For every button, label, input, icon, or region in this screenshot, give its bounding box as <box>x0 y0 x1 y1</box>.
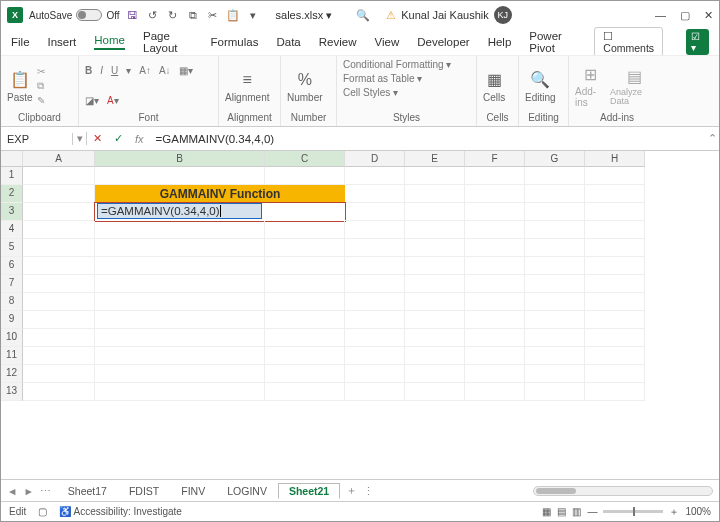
cell[interactable] <box>95 365 265 383</box>
cell[interactable] <box>95 275 265 293</box>
tab-data[interactable]: Data <box>276 36 300 48</box>
cell-title[interactable]: GAMMAINV Function <box>95 185 345 203</box>
cell[interactable] <box>23 347 95 365</box>
cell[interactable] <box>345 221 405 239</box>
select-all-corner[interactable] <box>1 151 23 167</box>
cell[interactable] <box>585 221 645 239</box>
cell[interactable] <box>585 239 645 257</box>
cell[interactable] <box>265 311 345 329</box>
active-cell-editor[interactable]: =GAMMAINV(0.34,4,0) <box>97 203 262 219</box>
maximize-icon[interactable]: ▢ <box>680 9 690 22</box>
cell[interactable] <box>23 167 95 185</box>
row-header[interactable]: 6 <box>1 257 23 275</box>
cell[interactable] <box>265 365 345 383</box>
view-normal-icon[interactable]: ▦ <box>542 506 551 517</box>
cell[interactable] <box>585 329 645 347</box>
row-header[interactable]: 1 <box>1 167 23 185</box>
cell[interactable] <box>525 239 585 257</box>
autosave-toggle[interactable]: AutoSave Off <box>29 9 120 21</box>
zoom-in-icon[interactable]: ＋ <box>669 505 679 519</box>
zoom-out-icon[interactable]: — <box>587 506 597 517</box>
cell[interactable] <box>345 239 405 257</box>
analyze-data-button[interactable]: ▤ Analyze Data <box>610 65 659 106</box>
redo-icon[interactable]: ↻ <box>166 8 180 22</box>
font-color-icon[interactable]: A▾ <box>107 95 119 106</box>
cell[interactable] <box>95 347 265 365</box>
minimize-icon[interactable]: — <box>655 9 666 22</box>
cell[interactable] <box>23 383 95 401</box>
cell[interactable] <box>585 347 645 365</box>
cell[interactable] <box>465 257 525 275</box>
cell[interactable] <box>465 293 525 311</box>
row-header[interactable]: 7 <box>1 275 23 293</box>
number-button[interactable]: % Number <box>287 69 323 103</box>
cell[interactable] <box>585 257 645 275</box>
copy-icon[interactable]: ⧉ <box>37 80 45 92</box>
cell[interactable] <box>405 383 465 401</box>
cell[interactable] <box>585 311 645 329</box>
cell[interactable] <box>345 293 405 311</box>
cell[interactable] <box>405 185 465 203</box>
close-icon[interactable]: ✕ <box>704 9 713 22</box>
conditional-formatting-button[interactable]: Conditional Formatting ▾ <box>343 59 451 70</box>
cell[interactable] <box>95 239 265 257</box>
qat-dropdown-icon[interactable]: ▾ <box>246 8 260 22</box>
row-header[interactable]: 9 <box>1 311 23 329</box>
sheet-tab[interactable]: Sheet17 <box>57 483 118 499</box>
cell[interactable] <box>405 167 465 185</box>
cell[interactable] <box>23 365 95 383</box>
horizontal-scrollbar[interactable] <box>533 486 713 496</box>
tab-formulas[interactable]: Formulas <box>211 36 259 48</box>
cell[interactable] <box>95 257 265 275</box>
row-header[interactable]: 10 <box>1 329 23 347</box>
zoom-level[interactable]: 100% <box>685 506 711 517</box>
column-header[interactable]: E <box>405 151 465 167</box>
tab-home[interactable]: Home <box>94 34 125 50</box>
cell[interactable] <box>345 185 405 203</box>
cell[interactable] <box>525 329 585 347</box>
cell[interactable] <box>525 185 585 203</box>
bold-icon[interactable]: B <box>85 65 92 76</box>
column-header[interactable]: F <box>465 151 525 167</box>
cell[interactable] <box>345 257 405 275</box>
editing-button[interactable]: 🔍 Editing <box>525 69 556 103</box>
cell[interactable] <box>525 311 585 329</box>
cell[interactable] <box>23 239 95 257</box>
cut-icon[interactable]: ✂ <box>37 66 45 77</box>
cell[interactable] <box>405 311 465 329</box>
cell[interactable] <box>265 347 345 365</box>
cell[interactable] <box>525 203 585 221</box>
tab-power-pivot[interactable]: Power Pivot <box>529 30 576 54</box>
cell[interactable] <box>265 221 345 239</box>
cell[interactable] <box>585 293 645 311</box>
cell[interactable] <box>265 275 345 293</box>
sheet-tab[interactable]: Sheet21 <box>278 483 340 499</box>
column-header[interactable]: A <box>23 151 95 167</box>
cell[interactable] <box>405 365 465 383</box>
cell[interactable] <box>345 383 405 401</box>
cell[interactable] <box>23 293 95 311</box>
cell[interactable] <box>23 257 95 275</box>
cell[interactable] <box>95 167 265 185</box>
cell[interactable] <box>465 275 525 293</box>
enter-icon[interactable]: ✓ <box>108 132 129 145</box>
cell[interactable] <box>405 293 465 311</box>
cell[interactable] <box>465 365 525 383</box>
sheet-menu-icon[interactable]: ⋮ <box>363 485 374 497</box>
row-header[interactable]: 3 <box>1 203 23 221</box>
cell[interactable] <box>525 257 585 275</box>
undo-icon[interactable]: ↺ <box>146 8 160 22</box>
save-icon[interactable]: 🖫 <box>126 8 140 22</box>
row-header[interactable]: 2 <box>1 185 23 203</box>
view-pagebreak-icon[interactable]: ▥ <box>572 506 581 517</box>
worksheet-grid[interactable]: ABCDEFGH12GAMMAINV Function3=GAMMAINV(0.… <box>1 151 719 479</box>
comments-button[interactable]: ☐ Comments <box>594 27 663 57</box>
cell[interactable] <box>345 365 405 383</box>
cell[interactable] <box>585 203 645 221</box>
cut-icon[interactable]: ✂ <box>206 8 220 22</box>
row-header[interactable]: 13 <box>1 383 23 401</box>
cell[interactable] <box>23 221 95 239</box>
tab-review[interactable]: Review <box>319 36 357 48</box>
row-header[interactable]: 11 <box>1 347 23 365</box>
cell[interactable] <box>465 311 525 329</box>
